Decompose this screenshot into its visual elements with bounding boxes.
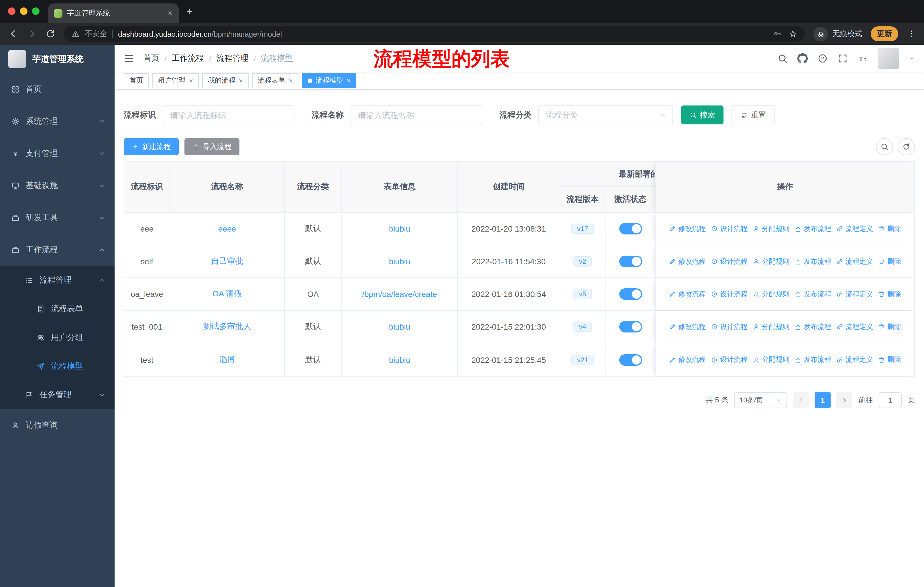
action-definition-link[interactable]: 流程定义 <box>837 256 873 266</box>
process-name-input[interactable] <box>351 106 482 124</box>
sidebar-item-payment-management[interactable]: 支付管理 <box>0 137 115 170</box>
action-design-link[interactable]: 设计流程 <box>711 322 747 332</box>
help-icon[interactable] <box>817 53 828 63</box>
action-definition-link[interactable]: 流程定义 <box>837 322 873 332</box>
bookmark-star-icon[interactable] <box>789 30 797 38</box>
sidebar-item-leave-query[interactable]: 请假查询 <box>0 409 115 441</box>
process-category-select[interactable]: 流程分类 <box>538 106 673 124</box>
tag-my-process[interactable]: 我的流程 × <box>202 73 249 88</box>
sidebar-item-home[interactable]: 首页 <box>0 73 115 106</box>
zoom-window-button[interactable] <box>32 7 40 15</box>
active-toggle[interactable] <box>619 223 642 235</box>
close-icon[interactable]: × <box>289 76 293 84</box>
model-name-link[interactable]: 滔博 <box>219 355 235 365</box>
action-assign-link[interactable]: 分配规则 <box>753 224 789 233</box>
create-process-button[interactable]: 新建流程 <box>124 138 179 155</box>
forward-icon[interactable] <box>27 29 37 39</box>
back-icon[interactable] <box>8 29 18 39</box>
action-publish-link[interactable]: 发布流程 <box>795 256 831 266</box>
browser-menu-icon[interactable] <box>907 29 916 38</box>
tag-process-model[interactable]: 流程模型 × <box>302 73 356 88</box>
form-link[interactable]: biubiu <box>389 322 411 331</box>
action-design-link[interactable]: 设计流程 <box>711 289 747 299</box>
tag-home[interactable]: 首页 <box>124 73 149 88</box>
form-link[interactable]: biubiu <box>389 257 411 266</box>
process-id-input[interactable] <box>163 106 294 124</box>
page-size-select[interactable]: 10条/页 <box>734 392 787 408</box>
tag-process-form[interactable]: 流程表单 × <box>252 73 299 88</box>
search-icon[interactable] <box>777 53 788 63</box>
fullscreen-icon[interactable] <box>838 53 848 63</box>
action-edit-link[interactable]: 修改流程 <box>669 355 706 365</box>
action-edit-link[interactable]: 修改流程 <box>669 256 706 266</box>
model-name-link[interactable]: OA 请假 <box>213 289 242 299</box>
search-button[interactable]: 搜索 <box>681 106 723 124</box>
address-bar[interactable]: 不安全 dashboard.yudao.iocoder.cn/bpm/manag… <box>64 26 805 42</box>
close-window-button[interactable] <box>8 7 15 15</box>
page-1-button[interactable]: 1 <box>815 392 831 408</box>
breadcrumb-item-home[interactable]: 首页 <box>143 53 159 63</box>
form-link[interactable]: biubiu <box>389 224 411 233</box>
sidebar-item-system-management[interactable]: 系统管理 <box>0 106 115 137</box>
import-process-button[interactable]: 导入流程 <box>185 138 239 155</box>
password-key-icon[interactable] <box>773 30 781 38</box>
sidebar-item-process-form[interactable]: 流程表单 <box>0 294 115 323</box>
action-assign-link[interactable]: 分配规则 <box>753 322 789 332</box>
hamburger-menu-icon[interactable] <box>124 53 134 63</box>
close-icon[interactable]: × <box>239 76 243 84</box>
action-edit-link[interactable]: 修改流程 <box>669 289 706 299</box>
form-link[interactable]: /bpm/oa/leave/create <box>362 289 437 299</box>
reset-button[interactable]: 重置 <box>731 106 775 124</box>
action-publish-link[interactable]: 发布流程 <box>795 224 831 233</box>
action-delete-link[interactable]: 删除 <box>878 256 901 266</box>
action-definition-link[interactable]: 流程定义 <box>837 224 873 233</box>
prev-page-button[interactable] <box>793 392 809 408</box>
sidebar-item-process-model[interactable]: 流程模型 <box>0 352 115 380</box>
next-page-button[interactable] <box>837 392 852 408</box>
action-delete-link[interactable]: 删除 <box>878 355 901 365</box>
action-edit-link[interactable]: 修改流程 <box>669 224 706 233</box>
sidebar-item-user-group[interactable]: 用户分组 <box>0 323 115 352</box>
sidebar-item-process-management[interactable]: 流程管理 <box>0 266 115 294</box>
action-definition-link[interactable]: 流程定义 <box>837 355 873 365</box>
breadcrumb-item-workflow[interactable]: 工作流程 <box>172 53 204 63</box>
font-size-icon[interactable] <box>858 53 868 63</box>
action-edit-link[interactable]: 修改流程 <box>669 322 706 332</box>
minimize-window-button[interactable] <box>20 7 28 15</box>
new-tab-button[interactable] <box>186 7 194 18</box>
not-secure-warning-icon[interactable] <box>72 30 80 38</box>
form-link[interactable]: biubiu <box>389 355 411 364</box>
reload-icon[interactable] <box>46 29 55 38</box>
action-definition-link[interactable]: 流程定义 <box>837 289 873 299</box>
action-publish-link[interactable]: 发布流程 <box>795 289 831 299</box>
action-design-link[interactable]: 设计流程 <box>711 224 747 233</box>
user-avatar[interactable] <box>878 47 899 69</box>
model-name-link[interactable]: eeee <box>218 224 236 233</box>
refresh-table-button[interactable] <box>898 138 915 155</box>
action-design-link[interactable]: 设计流程 <box>711 355 747 365</box>
action-publish-link[interactable]: 发布流程 <box>795 355 831 365</box>
sidebar-item-infrastructure[interactable]: 基础设施 <box>0 170 115 202</box>
close-tab-icon[interactable] <box>167 10 173 16</box>
model-name-link[interactable]: 测试多审批人 <box>203 322 251 332</box>
action-design-link[interactable]: 设计流程 <box>711 256 747 266</box>
action-assign-link[interactable]: 分配规则 <box>753 256 789 266</box>
active-toggle[interactable] <box>619 354 642 365</box>
goto-page-input[interactable] <box>879 392 902 408</box>
github-icon[interactable] <box>797 53 808 63</box>
model-name-link[interactable]: 自己审批 <box>211 256 243 266</box>
action-assign-link[interactable]: 分配规则 <box>753 289 789 299</box>
tag-tenant-management[interactable]: 租户管理 × <box>152 73 199 88</box>
action-delete-link[interactable]: 删除 <box>878 224 901 233</box>
active-toggle[interactable] <box>619 288 642 300</box>
action-publish-link[interactable]: 发布流程 <box>795 322 831 332</box>
sidebar-item-workflow[interactable]: 工作流程 <box>0 234 115 266</box>
action-delete-link[interactable]: 删除 <box>878 322 901 332</box>
sidebar-item-dev-tools[interactable]: 研发工具 <box>0 202 115 234</box>
sidebar-item-task-management[interactable]: 任务管理 <box>0 380 115 409</box>
active-toggle[interactable] <box>619 256 642 267</box>
update-button[interactable]: 更新 <box>871 26 898 41</box>
browser-tab[interactable]: 芋道管理系统 <box>48 3 179 23</box>
action-assign-link[interactable]: 分配规则 <box>753 355 789 365</box>
active-toggle[interactable] <box>619 321 642 332</box>
